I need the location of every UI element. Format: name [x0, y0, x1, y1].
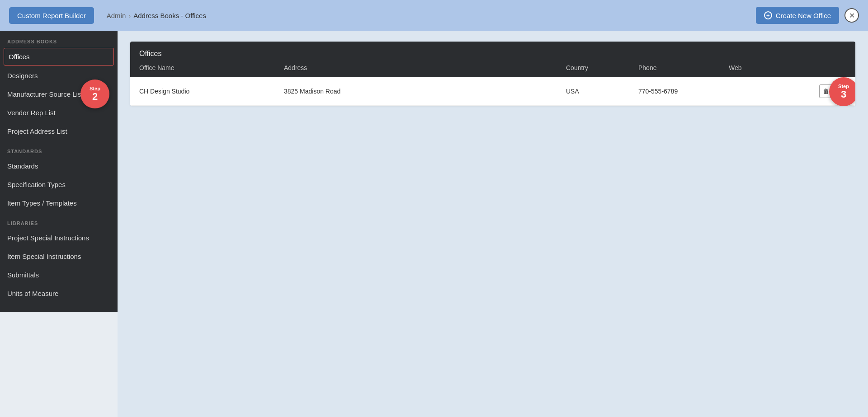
sidebar-section-libraries: LIBRARIES — [0, 212, 118, 229]
sidebar-item-offices[interactable]: Offices — [4, 48, 114, 66]
custom-report-button[interactable]: Custom Report Builder — [9, 7, 94, 24]
sidebar-item-standards[interactable]: Standards — [0, 157, 118, 175]
cell-country: USA — [566, 88, 638, 95]
table-title: Offices — [130, 42, 855, 64]
plus-circle-icon: + — [764, 11, 772, 19]
create-office-label: Create New Office — [776, 12, 831, 19]
sidebar-item-item-types-templates[interactable]: Item Types / Templates — [0, 194, 118, 212]
main-layout: ADDRESS BOOKS Offices Designers Manufact… — [0, 31, 868, 417]
sidebar-item-item-special-instructions[interactable]: Item Special Instructions — [0, 247, 118, 266]
topbar: Custom Report Builder Admin › Address Bo… — [0, 0, 868, 31]
sidebar-section-standards: STANDARDS — [0, 141, 118, 157]
breadcrumb: Admin › Address Books - Offices — [107, 12, 206, 19]
col-header-country: Country — [566, 64, 638, 71]
sidebar-item-units-of-measure[interactable]: Units of Measure — [0, 284, 118, 303]
step2-number: 2 — [92, 91, 98, 102]
content-body: Offices Office Name Address Country Phon… — [118, 31, 868, 417]
col-header-phone: Phone — [638, 64, 729, 71]
sidebar-item-specification-types[interactable]: Specification Types — [0, 175, 118, 194]
trash-icon: 🗑 — [823, 88, 829, 95]
col-header-actions — [819, 64, 846, 71]
col-header-address: Address — [284, 64, 566, 71]
offices-table-card: Offices Office Name Address Country Phon… — [130, 42, 855, 106]
close-icon: ✕ — [849, 11, 855, 20]
cell-office-name: CH Design Studio — [139, 88, 284, 95]
cell-address: 3825 Madison Road — [284, 88, 566, 95]
content-area: Offices Office Name Address Country Phon… — [118, 31, 868, 417]
sidebar-item-submittals[interactable]: Submittals — [0, 266, 118, 284]
sidebar-wrapper: ADDRESS BOOKS Offices Designers Manufact… — [0, 31, 118, 417]
topbar-left: Custom Report Builder — [9, 7, 94, 24]
table-row: CH Design Studio 3825 Madison Road USA 7… — [130, 77, 855, 106]
breadcrumb-admin: Admin — [107, 12, 126, 19]
table-column-headers: Office Name Address Country Phone Web — [130, 64, 855, 77]
breadcrumb-current: Address Books - Offices — [133, 12, 206, 19]
step-3-badge: Step 3 — [829, 77, 855, 106]
cell-actions: 🗑 Step 3 — [819, 84, 846, 98]
topbar-right: + Create New Office ✕ — [756, 7, 859, 24]
col-header-web: Web — [729, 64, 819, 71]
sidebar-item-project-special-instructions[interactable]: Project Special Instructions — [0, 229, 118, 247]
breadcrumb-area: Admin › Address Books - Offices — [94, 12, 756, 19]
cell-phone: 770-555-6789 — [638, 88, 729, 95]
close-button[interactable]: ✕ — [844, 8, 859, 23]
col-header-office-name: Office Name — [139, 64, 284, 71]
sidebar-section-address-books: ADDRESS BOOKS — [0, 31, 118, 47]
step-2-badge: Step 2 — [80, 80, 109, 108]
step3-number: 3 — [841, 89, 846, 100]
sidebar: ADDRESS BOOKS Offices Designers Manufact… — [0, 31, 118, 312]
create-new-office-button[interactable]: + Create New Office — [756, 7, 839, 24]
breadcrumb-separator: › — [128, 12, 131, 19]
sidebar-item-project-address-list[interactable]: Project Address List — [0, 122, 118, 141]
